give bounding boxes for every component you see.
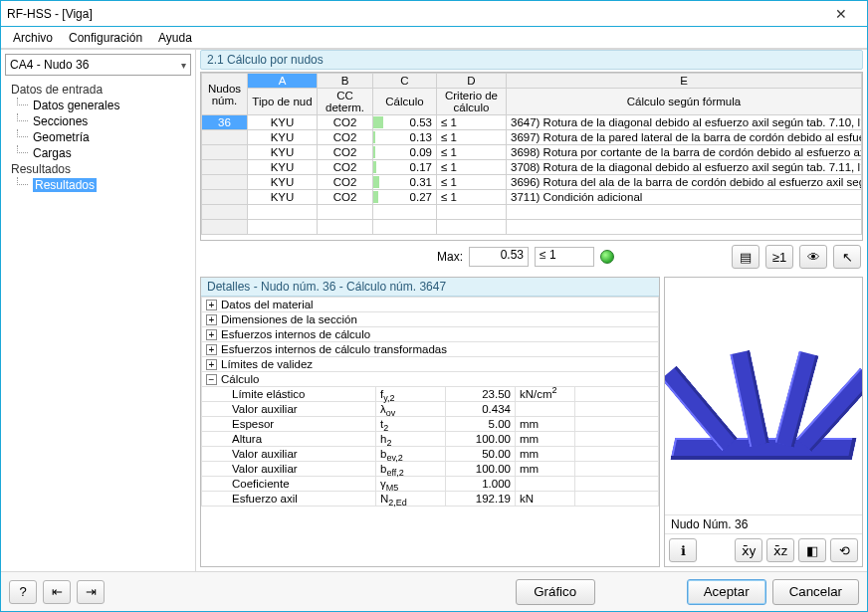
viewer-label: Nudo Núm. 36 [665, 514, 862, 533]
pick-button[interactable]: ↖ [833, 245, 861, 269]
ok-button[interactable]: Aceptar [687, 579, 766, 605]
menu-file[interactable]: Archivo [5, 29, 61, 47]
menu-config[interactable]: Configuración [61, 29, 150, 47]
results-grid[interactable]: Nudosnúm. A B C D E Tipo de nud CCdeterm… [200, 72, 863, 241]
tree-geometry[interactable]: Geometría [5, 129, 191, 145]
max-value: 0.53 [469, 247, 529, 267]
detail-group[interactable]: +Dimensiones de la sección [202, 312, 659, 327]
section-title: 2.1 Cálculo por nudos [200, 50, 863, 70]
viewer-3d[interactable]: Nudo Núm. 36 ℹ x̄y x̄z ◧ ⟲ [664, 277, 863, 567]
col-d[interactable]: D [437, 74, 507, 89]
tree-sections[interactable]: Secciones [5, 113, 191, 129]
cancel-button[interactable]: Cancelar [772, 579, 859, 605]
table-row[interactable]: KYUCO20.27≤ 13711) Condición adicional [202, 190, 862, 205]
detail-row: Valor auxiliarbeff,2100.00mm [202, 462, 659, 477]
greater-one-button[interactable]: ≥1 [765, 245, 793, 269]
col-e[interactable]: E [507, 74, 862, 89]
max-crit: ≤ 1 [535, 247, 594, 267]
titlebar: RF-HSS - [Viga] ✕ [1, 1, 867, 27]
tree-loads[interactable]: Cargas [5, 145, 191, 161]
case-combo[interactable]: CA4 - Nudo 36 ▾ [5, 54, 191, 76]
help-button[interactable]: ? [9, 580, 37, 604]
detail-row: CoeficienteγM51.000 [202, 477, 659, 492]
next-button[interactable]: ⇥ [77, 580, 105, 604]
table-row[interactable]: KYUCO20.09≤ 13698) Rotura por cortante d… [202, 145, 862, 160]
detail-group[interactable]: +Esfuerzos internos de cálculo [202, 327, 659, 342]
detail-group[interactable]: +Límites de validez [202, 357, 659, 372]
detail-group[interactable]: −Cálculo [202, 372, 659, 387]
view-xz-button[interactable]: x̄z [766, 538, 794, 562]
table-row[interactable]: KYUCO20.13≤ 13697) Rotura de la pared la… [202, 130, 862, 145]
col-a[interactable]: A [248, 74, 318, 89]
detail-group[interactable]: +Esfuerzos internos de cálculo transform… [202, 342, 659, 357]
info-button[interactable]: ℹ [669, 538, 697, 562]
expander-icon[interactable]: + [206, 359, 217, 370]
col-c[interactable]: C [373, 74, 437, 89]
view-rotate-button[interactable]: ⟲ [830, 538, 858, 562]
tree-results[interactable]: Resultados [5, 161, 191, 177]
detail-row: Valor auxiliarbev,250.00mm [202, 447, 659, 462]
view-xy-button[interactable]: x̄y [735, 538, 762, 562]
expander-icon[interactable]: + [206, 329, 217, 340]
view-button[interactable]: 👁 [799, 245, 827, 269]
brace-icon [730, 350, 768, 447]
max-label: Max: [437, 250, 463, 264]
table-row[interactable]: KYUCO20.17≤ 13708) Rotura de la diagonal… [202, 160, 862, 175]
detail-row: Límite elásticofy,223.50kN/cm2 [202, 387, 659, 402]
window-title: RF-HSS - [Viga] [7, 7, 821, 21]
status-led-icon [600, 250, 614, 264]
filter-button[interactable]: ▤ [732, 245, 760, 269]
details-title: Detalles - Nudo núm. 36 - Cálculo núm. 3… [201, 278, 659, 297]
footer: ? ⇤ ⇥ Gráfico Aceptar Cancelar [1, 571, 867, 611]
graph-button[interactable]: Gráfico [516, 579, 595, 605]
table-row[interactable]: 36KYUCO20.53≤ 13647) Rotura de la diagon… [202, 115, 862, 130]
expander-icon[interactable]: + [206, 314, 217, 325]
detail-group[interactable]: +Datos del material [202, 298, 659, 312]
expander-icon[interactable]: + [206, 344, 217, 355]
details-panel: Detalles - Nudo núm. 36 - Cálculo núm. 3… [200, 277, 660, 567]
chevron-down-icon: ▾ [181, 60, 186, 71]
menubar: Archivo Configuración Ayuda [1, 27, 867, 49]
detail-row: Alturah2100.00mm [202, 432, 659, 447]
prev-button[interactable]: ⇤ [43, 580, 71, 604]
sidebar: CA4 - Nudo 36 ▾ Datos de entrada Datos g… [1, 50, 196, 571]
detail-row: Espesort25.00mm [202, 417, 659, 432]
detail-row: Esfuerzo axilN2,Ed192.19kN [202, 492, 659, 507]
table-row[interactable]: KYUCO20.31≤ 13696) Rotura del ala de la … [202, 175, 862, 190]
case-combo-value: CA4 - Nudo 36 [10, 58, 89, 72]
col-b[interactable]: B [318, 74, 373, 89]
view-iso-button[interactable]: ◧ [798, 538, 826, 562]
close-icon[interactable]: ✕ [821, 6, 861, 22]
tree-results-child[interactable]: Resultados [5, 177, 191, 193]
detail-row: Valor auxiliarλov0.434 [202, 402, 659, 417]
expander-icon[interactable]: − [206, 374, 217, 385]
expander-icon[interactable]: + [206, 300, 217, 310]
nav-tree: Datos de entrada Datos generales Seccion… [5, 80, 191, 567]
max-row: Max: 0.53 ≤ 1 ▤ ≥1 👁 ↖ [200, 241, 863, 273]
tree-input[interactable]: Datos de entrada [5, 82, 191, 98]
menu-help[interactable]: Ayuda [150, 29, 200, 47]
tree-general[interactable]: Datos generales [5, 98, 191, 113]
